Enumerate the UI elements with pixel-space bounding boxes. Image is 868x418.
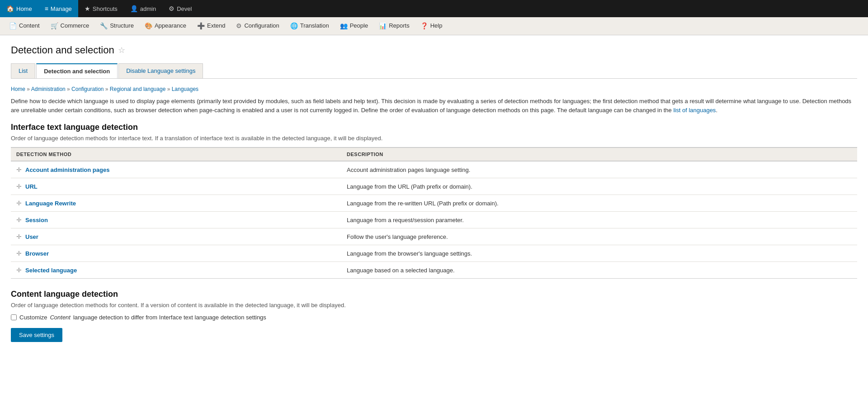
customize-label-prefix: Customize (19, 314, 47, 321)
description-cell: Follow the user's language preference. (341, 228, 857, 245)
commerce-icon: 🛒 (51, 22, 58, 29)
breadcrumb-regional[interactable]: Regional and language (110, 86, 165, 92)
tab-disable[interactable]: Disable Language settings (118, 63, 203, 78)
col-description: Description (341, 147, 857, 161)
drag-handle[interactable]: ✛ (16, 166, 22, 173)
table-row: ✛Selected languageLanguage based on a se… (11, 262, 857, 279)
toolbar-admin[interactable]: 👤 admin (124, 0, 162, 17)
secondary-nav: 📄 Content 🛒 Commerce 🔧 Structure 🎨 Appea… (0, 17, 868, 35)
method-cell: ✛Language Rewrite (11, 195, 341, 212)
save-settings-button[interactable]: Save settings (11, 328, 62, 342)
list-of-languages-link[interactable]: list of languages (673, 107, 716, 114)
table-row: ✛URLLanguage from the URL (Path prefix o… (11, 178, 857, 195)
tab-list[interactable]: List (11, 63, 35, 78)
page-content: Detection and selection ☆ List Detection… (0, 35, 868, 418)
method-cell: ✛Account administration pages (11, 161, 341, 178)
drag-handle[interactable]: ✛ (16, 266, 22, 274)
nav-commerce[interactable]: 🛒 Commerce (45, 17, 95, 35)
content-section-subtext: Order of language detection methods for … (11, 302, 857, 309)
table-row: ✛UserFollow the user's language preferen… (11, 228, 857, 245)
method-cell: ✛URL (11, 178, 341, 195)
interface-section-subtext: Order of language detection methods for … (11, 135, 857, 142)
content-section: Content language detection Order of lang… (11, 290, 857, 321)
home-icon: 🏠 (6, 5, 14, 12)
description-cell: Language from a request/session paramete… (341, 212, 857, 228)
breadcrumb: Home » Administration » Configuration » … (11, 86, 857, 92)
page-title: Detection and selection ☆ (11, 44, 857, 56)
method-cell: ✛Session (11, 212, 341, 228)
translation-icon: 🌐 (290, 22, 298, 29)
content-icon: 📄 (9, 22, 17, 29)
reports-icon: 📊 (379, 22, 387, 29)
nav-help[interactable]: ❓ Help (415, 17, 448, 35)
detection-table: Detection Method Description ✛Account ad… (11, 147, 857, 279)
nav-structure[interactable]: 🔧 Structure (94, 17, 139, 35)
method-name: Language Rewrite (25, 200, 76, 207)
nav-translation[interactable]: 🌐 Translation (285, 17, 335, 35)
breadcrumb-home[interactable]: Home (11, 86, 25, 92)
method-name: Browser (25, 250, 49, 257)
interface-section-heading: Interface text language detection (11, 123, 857, 132)
content-section-heading: Content language detection (11, 290, 857, 299)
method-name: Account administration pages (25, 166, 109, 173)
page-description: Define how to decide which language is u… (11, 97, 857, 114)
table-row: ✛Language RewriteLanguage from the re-wr… (11, 195, 857, 212)
drag-handle[interactable]: ✛ (16, 216, 22, 223)
configuration-icon: ⚙ (236, 22, 242, 29)
extend-icon: ➕ (197, 22, 205, 29)
method-name: URL (25, 183, 38, 190)
bookmark-icon[interactable]: ☆ (118, 45, 125, 55)
toolbar-home[interactable]: 🏠 Home (0, 0, 38, 17)
toolbar-manage[interactable]: ≡ Manage (38, 0, 78, 17)
description-cell: Language from the re-written URL (Path p… (341, 195, 857, 212)
nav-extend[interactable]: ➕ Extend (192, 17, 231, 35)
drag-handle[interactable]: ✛ (16, 250, 22, 257)
description-cell: Account administration pages language se… (341, 161, 857, 178)
table-row: ✛BrowserLanguage from the browser's lang… (11, 245, 857, 262)
customize-label-suffix: language detection to differ from Interf… (73, 314, 266, 321)
drag-handle[interactable]: ✛ (16, 183, 22, 190)
nav-content[interactable]: 📄 Content (4, 17, 45, 35)
breadcrumb-configuration[interactable]: Configuration (71, 86, 104, 92)
method-name: Selected language (25, 267, 77, 274)
structure-icon: 🔧 (100, 22, 108, 29)
tabs: List Detection and selection Disable Lan… (11, 63, 857, 79)
help-icon: ❓ (420, 22, 428, 29)
nav-people[interactable]: 👥 People (335, 17, 373, 35)
devel-icon: ⚙ (169, 5, 175, 12)
method-name: User (25, 233, 38, 240)
user-icon: 👤 (130, 5, 138, 12)
description-cell: Language from the browser's language set… (341, 245, 857, 262)
table-row: ✛SessionLanguage from a request/session … (11, 212, 857, 228)
tab-detection[interactable]: Detection and selection (36, 63, 118, 78)
col-method: Detection Method (11, 147, 341, 161)
people-icon: 👥 (340, 22, 348, 29)
method-cell: ✛Selected language (11, 262, 341, 279)
star-icon: ★ (85, 5, 90, 12)
nav-configuration[interactable]: ⚙ Configuration (231, 17, 284, 35)
nav-reports[interactable]: 📊 Reports (373, 17, 415, 35)
drag-handle[interactable]: ✛ (16, 233, 22, 240)
nav-appearance[interactable]: 🎨 Appearance (139, 17, 192, 35)
description-cell: Language from the URL (Path prefix or do… (341, 178, 857, 195)
breadcrumb-languages[interactable]: Languages (172, 86, 198, 92)
breadcrumb-administration[interactable]: Administration (31, 86, 66, 92)
appearance-icon: 🎨 (145, 22, 152, 29)
toolbar-shortcuts[interactable]: ★ Shortcuts (78, 0, 124, 17)
customize-label-italic: Content (50, 314, 71, 321)
table-row: ✛Account administration pagesAccount adm… (11, 161, 857, 178)
manage-icon: ≡ (45, 5, 48, 12)
customize-checkbox[interactable] (11, 314, 17, 320)
customize-checkbox-label[interactable]: Customize Content language detection to … (11, 314, 857, 321)
drag-handle[interactable]: ✛ (16, 200, 22, 207)
method-cell: ✛Browser (11, 245, 341, 262)
admin-toolbar: 🏠 Home ≡ Manage ★ Shortcuts 👤 admin ⚙ De… (0, 0, 868, 17)
method-cell: ✛User (11, 228, 341, 245)
description-cell: Language based on a selected language. (341, 262, 857, 279)
method-name: Session (25, 217, 48, 223)
toolbar-devel[interactable]: ⚙ Devel (162, 0, 198, 17)
